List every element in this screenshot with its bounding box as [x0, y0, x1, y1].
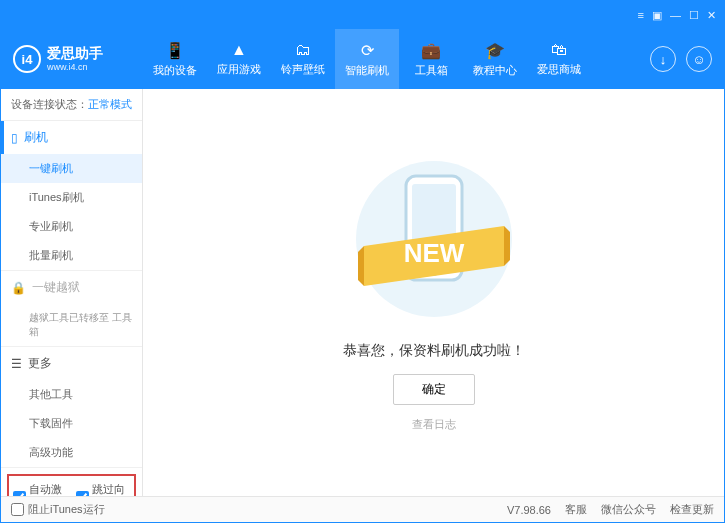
- version-label: V7.98.66: [507, 504, 551, 516]
- sidebar-item-advanced[interactable]: 高级功能: [1, 438, 142, 467]
- sidebar-item-download-firmware[interactable]: 下载固件: [1, 409, 142, 438]
- user-icon[interactable]: ☺: [686, 46, 712, 72]
- checkbox-block-itunes[interactable]: 阻止iTunes运行: [11, 502, 105, 517]
- titlebar: ≡ ▣ — ☐ ✕: [1, 1, 724, 29]
- header-right: ↓ ☺: [650, 46, 712, 72]
- sidebar-item-batch-flash[interactable]: 批量刷机: [1, 241, 142, 270]
- nav-tabs: 📱我的设备 ▲应用游戏 🗂铃声壁纸 ⟳智能刷机 💼工具箱 🎓教程中心 🛍爱思商城: [143, 29, 650, 89]
- body: 设备连接状态：正常模式 ▯ 刷机 一键刷机 iTunes刷机 专业刷机 批量刷机…: [1, 89, 724, 496]
- sidebar-group-jailbreak: 🔒 一键越狱 越狱工具已转移至 工具箱: [1, 271, 142, 347]
- logo-icon: i4: [13, 45, 41, 73]
- svg-marker-6: [504, 226, 510, 266]
- success-message: 恭喜您，保资料刷机成功啦！: [343, 342, 525, 360]
- tab-apps[interactable]: ▲应用游戏: [207, 29, 271, 89]
- logo: i4 爱思助手 www.i4.cn: [13, 45, 123, 73]
- tab-ringtones[interactable]: 🗂铃声壁纸: [271, 29, 335, 89]
- list-icon: ☰: [11, 357, 22, 371]
- sidebar-group-more: ☰ 更多 其他工具 下载固件 高级功能: [1, 347, 142, 468]
- new-badge-text: NEW: [403, 238, 464, 268]
- sidebar-head-more[interactable]: ☰ 更多: [1, 347, 142, 380]
- sidebar-head-flash[interactable]: ▯ 刷机: [1, 121, 142, 154]
- sidebar-head-jailbreak[interactable]: 🔒 一键越狱: [1, 271, 142, 304]
- ok-button[interactable]: 确定: [393, 374, 475, 405]
- success-illustration: NEW: [334, 154, 534, 324]
- view-log-link[interactable]: 查看日志: [412, 417, 456, 432]
- wechat-link[interactable]: 微信公众号: [601, 502, 656, 517]
- sidebar: 设备连接状态：正常模式 ▯ 刷机 一键刷机 iTunes刷机 专业刷机 批量刷机…: [1, 89, 143, 496]
- app-window: ≡ ▣ — ☐ ✕ i4 爱思助手 www.i4.cn 📱我的设备 ▲应用游戏 …: [0, 0, 725, 523]
- skin-icon[interactable]: ▣: [652, 9, 662, 22]
- app-name: 爱思助手: [47, 45, 103, 62]
- graduate-icon: 🎓: [485, 41, 505, 60]
- maximize-icon[interactable]: ☐: [689, 9, 699, 22]
- app-url: www.i4.cn: [47, 62, 103, 73]
- statusbar: 阻止iTunes运行 V7.98.66 客服 微信公众号 检查更新: [1, 496, 724, 522]
- sidebar-jailbreak-note: 越狱工具已转移至 工具箱: [1, 304, 142, 346]
- media-icon: 🗂: [295, 41, 311, 59]
- check-update-link[interactable]: 检查更新: [670, 502, 714, 517]
- sidebar-item-itunes-flash[interactable]: iTunes刷机: [1, 183, 142, 212]
- menu-icon[interactable]: ≡: [638, 9, 644, 21]
- sidebar-item-oneclick-flash[interactable]: 一键刷机: [1, 154, 142, 183]
- sidebar-group-flash: ▯ 刷机 一键刷机 iTunes刷机 专业刷机 批量刷机: [1, 121, 142, 271]
- refresh-icon: ⟳: [361, 41, 374, 60]
- toolbox-icon: 💼: [421, 41, 441, 60]
- apps-icon: ▲: [231, 41, 247, 59]
- tab-flash[interactable]: ⟳智能刷机: [335, 29, 399, 89]
- tab-store[interactable]: 🛍爱思商城: [527, 29, 591, 89]
- connection-status: 设备连接状态：正常模式: [1, 89, 142, 121]
- header: i4 爱思助手 www.i4.cn 📱我的设备 ▲应用游戏 🗂铃声壁纸 ⟳智能刷…: [1, 29, 724, 89]
- tab-tutorials[interactable]: 🎓教程中心: [463, 29, 527, 89]
- sidebar-item-other-tools[interactable]: 其他工具: [1, 380, 142, 409]
- main-panel: NEW 恭喜您，保资料刷机成功啦！ 确定 查看日志: [143, 89, 724, 496]
- download-icon[interactable]: ↓: [650, 46, 676, 72]
- minimize-icon[interactable]: —: [670, 9, 681, 21]
- close-icon[interactable]: ✕: [707, 9, 716, 22]
- lock-icon: 🔒: [11, 281, 26, 295]
- phone-icon: 📱: [165, 41, 185, 60]
- svg-marker-5: [358, 246, 364, 286]
- customer-service-link[interactable]: 客服: [565, 502, 587, 517]
- store-icon: 🛍: [551, 41, 567, 59]
- sidebar-item-pro-flash[interactable]: 专业刷机: [1, 212, 142, 241]
- tab-my-device[interactable]: 📱我的设备: [143, 29, 207, 89]
- flash-icon: ▯: [11, 131, 18, 145]
- tab-tools[interactable]: 💼工具箱: [399, 29, 463, 89]
